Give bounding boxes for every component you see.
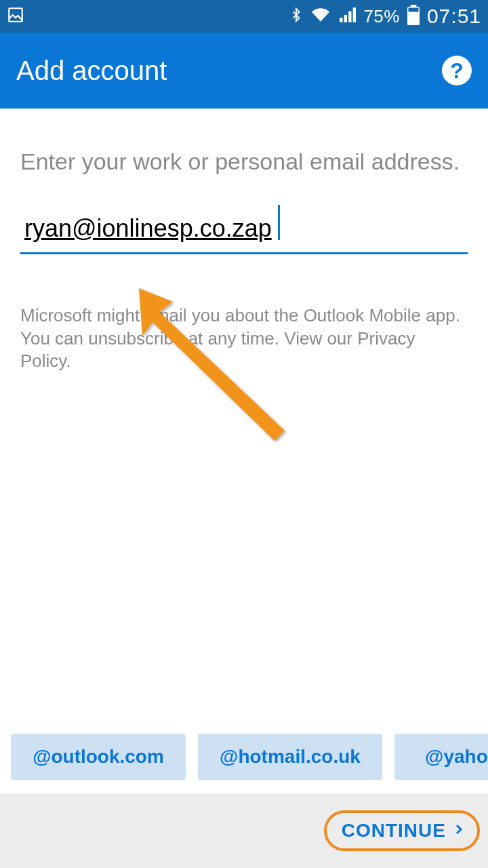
battery-icon <box>407 5 420 28</box>
suggestion-outlook[interactable]: @outlook.com <box>11 734 186 780</box>
text-cursor <box>278 205 280 240</box>
suggestion-yahoo[interactable]: @yahoo <box>394 734 488 780</box>
svg-rect-4 <box>353 7 356 22</box>
continue-button[interactable]: CONTINUE <box>324 810 480 851</box>
clock-text: 07:51 <box>427 5 481 28</box>
svg-rect-0 <box>9 8 22 22</box>
signal-icon <box>338 6 357 26</box>
status-bar: 75% 07:51 <box>0 0 488 33</box>
instruction-text: Enter your work or personal email addres… <box>20 146 468 178</box>
action-row: CONTINUE <box>0 793 488 868</box>
svg-rect-1 <box>340 18 343 22</box>
help-icon[interactable]: ? <box>442 56 472 85</box>
chevron-right-icon <box>453 820 465 842</box>
continue-label: CONTINUE <box>342 820 446 842</box>
suggestion-hotmail[interactable]: @hotmail.co.uk <box>198 734 382 780</box>
wifi-icon <box>310 6 331 26</box>
svg-rect-2 <box>344 15 347 22</box>
email-field[interactable] <box>20 210 468 254</box>
bluetooth-icon <box>289 5 304 27</box>
battery-percentage: 75% <box>363 6 400 27</box>
svg-rect-3 <box>349 12 352 22</box>
domain-suggestions: @outlook.com @hotmail.co.uk @yahoo <box>0 734 488 793</box>
svg-rect-7 <box>408 8 418 12</box>
email-input-wrap[interactable] <box>20 210 468 254</box>
app-bar: Add account ? <box>0 33 488 108</box>
page-title: Add account <box>16 56 167 86</box>
svg-rect-6 <box>410 5 416 7</box>
picture-icon <box>7 6 24 26</box>
disclaimer-text: Microsoft might email you about the Outl… <box>20 304 468 373</box>
